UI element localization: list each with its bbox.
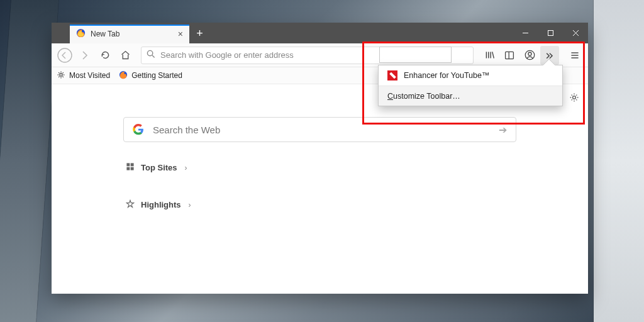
- bookmark-most-visited[interactable]: Most Visited: [57, 70, 110, 81]
- overflow-item-enhancer-for-youtube[interactable]: Enhancer for YouTube™: [379, 65, 562, 86]
- svg-line-27: [58, 76, 59, 77]
- tab-close-button[interactable]: ×: [178, 30, 183, 38]
- bookmark-label: Getting Started: [131, 71, 182, 80]
- tab-strip: New Tab × +: [52, 23, 588, 43]
- svg-rect-30: [126, 163, 130, 166]
- svg-line-25: [62, 76, 63, 77]
- search-icon: [147, 50, 155, 60]
- newtab-content: Search the Web ➔ Top Sites › Highli: [52, 84, 588, 294]
- svg-point-14: [525, 50, 534, 59]
- section-label: Top Sites: [141, 163, 177, 172]
- bookmark-label: Most Visited: [69, 71, 110, 80]
- google-icon: [133, 124, 144, 135]
- tabstrip-spacer: [52, 23, 70, 43]
- newtab-search-box[interactable]: Search the Web ➔: [123, 117, 516, 142]
- section-label: Highlights: [141, 200, 181, 209]
- svg-point-19: [60, 73, 62, 75]
- app-menu-button[interactable]: [565, 46, 584, 65]
- chevron-right-icon: ›: [189, 201, 191, 209]
- svg-rect-33: [131, 167, 134, 170]
- window-maximize-button[interactable]: [538, 23, 563, 43]
- svg-point-29: [573, 96, 576, 99]
- back-button[interactable]: [55, 46, 74, 65]
- tab-title: New Tab: [91, 30, 119, 38]
- library-button[interactable]: [480, 46, 499, 65]
- svg-rect-31: [131, 163, 134, 166]
- svg-line-11: [492, 52, 494, 58]
- home-button[interactable]: [116, 46, 135, 65]
- firefox-window: New Tab × +: [52, 23, 588, 294]
- reload-button[interactable]: [96, 46, 114, 65]
- window-controls: [513, 23, 588, 43]
- firefox-favicon: [76, 28, 86, 40]
- newtab-settings-button[interactable]: [569, 92, 579, 104]
- enhancer-for-youtube-icon: [387, 70, 397, 80]
- active-tab-indicator: [70, 25, 189, 26]
- extension-name: Enhancer for YouTube™: [404, 71, 489, 80]
- browser-tab[interactable]: New Tab ×: [70, 25, 189, 43]
- svg-line-24: [58, 72, 59, 73]
- svg-line-26: [62, 72, 63, 73]
- window-minimize-button[interactable]: [513, 23, 538, 43]
- newtab-search-placeholder: Search the Web: [153, 125, 220, 135]
- firefox-favicon: [119, 70, 128, 81]
- customize-toolbar-item[interactable]: Customize Toolbar…: [379, 86, 562, 106]
- svg-line-7: [152, 55, 155, 58]
- svg-rect-32: [126, 167, 130, 170]
- new-tab-button[interactable]: +: [189, 23, 210, 43]
- svg-rect-12: [506, 52, 514, 58]
- top-sites-header[interactable]: Top Sites ›: [126, 162, 588, 173]
- account-button[interactable]: [520, 46, 539, 65]
- overflow-menu-panel: Enhancer for YouTube™ Customize Toolbar…: [378, 65, 563, 106]
- most-visited-icon: [57, 70, 65, 81]
- bookmark-getting-started[interactable]: Getting Started: [119, 70, 182, 81]
- highlights-icon: [126, 199, 135, 210]
- address-bar-placeholder: Search with Google or enter address: [160, 50, 294, 60]
- sidebar-button[interactable]: [500, 46, 519, 65]
- svg-marker-34: [126, 200, 133, 207]
- extension-search-field[interactable]: [379, 47, 452, 63]
- svg-point-5: [58, 48, 72, 62]
- forward-button[interactable]: [75, 46, 94, 65]
- search-submit-arrow-icon[interactable]: ➔: [499, 124, 507, 136]
- svg-point-6: [147, 50, 152, 55]
- chevron-right-icon: ›: [185, 164, 187, 172]
- top-sites-icon: [126, 162, 135, 173]
- customize-toolbar-label: Customize Toolbar…: [387, 92, 460, 101]
- svg-rect-2: [548, 31, 553, 36]
- svg-point-15: [528, 52, 531, 55]
- highlights-header[interactable]: Highlights ›: [126, 199, 588, 210]
- nav-toolbar: Search with Google or enter address: [52, 43, 588, 67]
- window-close-button[interactable]: [563, 23, 588, 43]
